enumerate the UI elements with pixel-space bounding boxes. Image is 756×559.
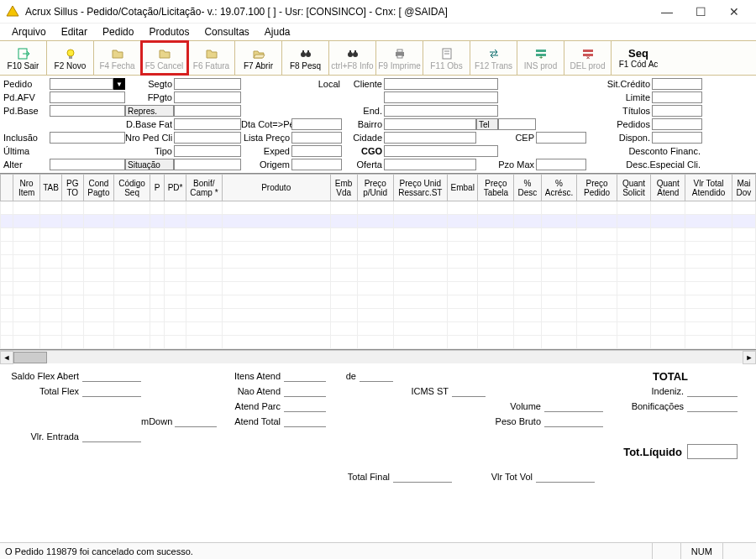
input-situacao[interactable] (174, 159, 241, 170)
scroll-track[interactable] (13, 351, 743, 364)
label-alter: Alter (3, 159, 50, 170)
input-dtacotped[interactable] (291, 118, 342, 130)
input-pdbase[interactable] (50, 105, 125, 117)
column-12[interactable]: Preço Unid Ressarc.ST (393, 175, 447, 201)
toolbar: F10 SairF2 NovoF4 FechaF5 CancelF6 Fatur… (0, 40, 756, 76)
column-17[interactable]: Preço Pedido (577, 175, 617, 201)
toolbar-f8-pesq[interactable]: F8 Pesq (282, 41, 329, 75)
table-row[interactable] (1, 228, 756, 242)
column-11[interactable]: Preço p/Unid (357, 175, 393, 201)
input-alter[interactable] (50, 159, 125, 170)
menu-arquivo[interactable]: Arquivo (5, 24, 53, 39)
column-15[interactable]: % Desc (514, 175, 541, 201)
input-repres[interactable] (174, 105, 241, 117)
column-20[interactable]: Vlr Total Atendido (685, 175, 732, 201)
column-19[interactable]: Quant Atend (651, 175, 685, 201)
column-10[interactable]: Emb Vda (330, 175, 357, 201)
menu-produtos[interactable]: Produtos (142, 24, 196, 39)
toolbar-f2-novo[interactable]: F2 Novo (47, 41, 94, 75)
column-0[interactable] (1, 175, 13, 201)
input-pedidos[interactable] (652, 118, 702, 130)
toolbar-ctrl-f8-info: ctrl+F8 Info (329, 41, 376, 75)
table-row[interactable] (1, 255, 756, 269)
input-pdafv[interactable] (50, 91, 125, 103)
toolbar-seq[interactable]: SeqF1 Cód Ac (612, 41, 665, 75)
menu-pedido[interactable]: Pedido (96, 24, 140, 39)
input-oferta[interactable] (384, 159, 476, 170)
label-segto: Segto (125, 79, 174, 89)
table-row[interactable] (1, 336, 756, 349)
column-6[interactable]: P (150, 175, 165, 201)
input-limite[interactable] (652, 91, 702, 103)
scroll-thumb[interactable] (13, 352, 47, 363)
input-cgo[interactable] (384, 145, 498, 157)
scroll-right-arrow[interactable]: ► (743, 351, 756, 364)
column-9[interactable]: Produto (222, 175, 330, 201)
button-repres[interactable]: Repres. (125, 105, 174, 117)
input-fpgto[interactable] (174, 91, 241, 103)
window-maximize-button[interactable]: ☐ (684, 0, 717, 24)
window-close-button[interactable]: ✕ (717, 0, 751, 24)
input-segto[interactable] (174, 78, 241, 90)
table-row[interactable] (1, 309, 756, 322)
input-origem[interactable] (291, 159, 342, 170)
input-nropedcli[interactable] (174, 132, 241, 144)
table-row[interactable] (1, 269, 756, 282)
input-tipo[interactable] (174, 145, 241, 157)
data-grid[interactable]: Nro ItemTABPG TOCond PagtoCódigo SeqPPD*… (0, 173, 756, 350)
label-itensatend: Itens Atend (217, 371, 284, 381)
column-16[interactable]: % Acrésc. (541, 175, 577, 201)
input-cliente[interactable] (384, 78, 498, 90)
button-situacao[interactable]: Situação (125, 159, 174, 170)
table-row[interactable] (1, 201, 756, 215)
column-13[interactable]: Embal (448, 175, 478, 201)
window-minimize-button[interactable]: — (650, 0, 684, 24)
input-bairro[interactable] (384, 118, 476, 130)
table-row[interactable] (1, 295, 756, 309)
horizontal-scrollbar[interactable]: ◄ ► (0, 350, 756, 363)
print-icon (393, 46, 407, 61)
input-exped[interactable] (291, 145, 342, 157)
column-18[interactable]: Quant Solicit (617, 175, 651, 201)
input-pzomax[interactable] (536, 159, 586, 170)
table-row[interactable] (1, 215, 756, 228)
input-dbasefat[interactable] (174, 118, 241, 130)
input-titulos[interactable] (652, 105, 702, 117)
scroll-left-arrow[interactable]: ◄ (0, 351, 13, 364)
input-listapreco[interactable] (291, 132, 342, 144)
table-row[interactable] (1, 322, 756, 336)
column-3[interactable]: PG TO (61, 175, 83, 201)
input-inclusao[interactable] (50, 132, 125, 144)
toolbar-f7-abrir[interactable]: F7 Abrir (235, 41, 282, 75)
label-pedidos: Pedidos (586, 119, 652, 129)
column-8[interactable]: Bonif/ Camp * (186, 175, 222, 201)
menu-editar[interactable]: Editar (55, 24, 94, 39)
dropdown-pedido[interactable]: ▼ (113, 78, 125, 90)
menu-consultas[interactable]: Consultas (197, 24, 255, 39)
button-tel[interactable]: Tel (476, 118, 498, 130)
column-5[interactable]: Código Seq (114, 175, 150, 201)
column-7[interactable]: PD* (165, 175, 186, 201)
table-row[interactable] (1, 242, 756, 255)
toolbar-f10-sair[interactable]: F10 Sair (0, 41, 47, 75)
column-21[interactable]: Mai Dov (732, 175, 755, 201)
column-2[interactable]: TAB (40, 175, 62, 201)
input-sitcredito[interactable] (652, 78, 702, 90)
column-1[interactable]: Nro Item (13, 175, 40, 201)
input-dispon[interactable] (652, 132, 702, 144)
input-cep[interactable] (536, 132, 586, 144)
input-end[interactable] (384, 105, 498, 117)
table-row[interactable] (1, 282, 756, 295)
menu-ajuda[interactable]: Ajuda (258, 24, 297, 39)
value-vlrentrada (82, 431, 141, 442)
svg-rect-2 (69, 56, 72, 59)
column-14[interactable]: Preço Tabela (478, 175, 514, 201)
column-4[interactable]: Cond Pagto (83, 175, 113, 201)
input-cidade[interactable] (384, 132, 476, 144)
label-bairro: Bairro (342, 119, 384, 129)
input-pedido[interactable] (50, 78, 113, 90)
window-titlebar: Acrux Sillus - Pedido/Cotação/Licitação-… (0, 0, 756, 24)
input-cliente2[interactable] (384, 91, 498, 103)
label-dbasefat: D.Base Fat (125, 119, 174, 129)
input-tel[interactable] (498, 118, 536, 130)
